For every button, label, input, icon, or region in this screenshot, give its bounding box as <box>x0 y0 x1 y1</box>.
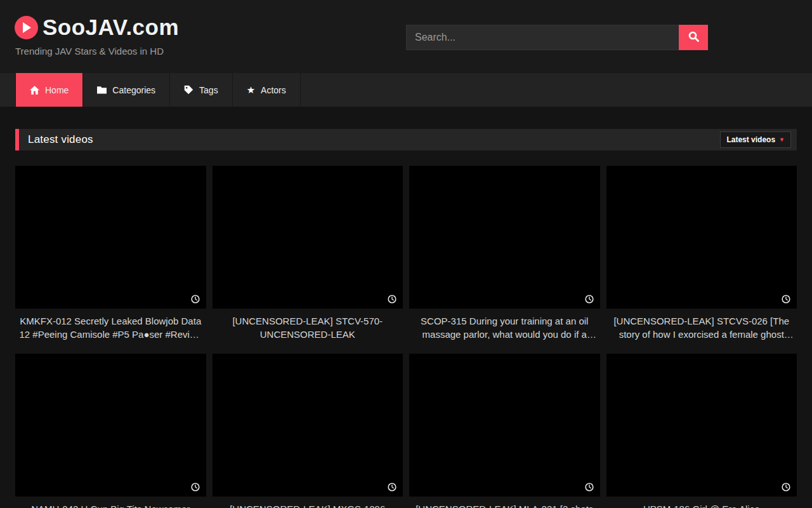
video-thumbnail[interactable] <box>15 354 206 497</box>
video-title-wrap: UPSM-186 Girl @ Era Alice <box>606 497 797 508</box>
home-icon <box>30 86 39 95</box>
site-tagline: Trending JAV Stars & Videos in HD <box>15 46 164 57</box>
search-input[interactable] <box>406 25 679 50</box>
video-thumbnail[interactable] <box>15 166 206 309</box>
video-card[interactable]: [UNCENSORED-LEAK] STCVS-026 [The story o… <box>606 166 797 354</box>
video-card[interactable]: NAMH-042 H Cup Big Tits Newcomer (170cm … <box>15 354 206 508</box>
main-nav: Home Categories Tags ★ Actors <box>0 73 812 107</box>
video-title-wrap: [UNCENSORED-LEAK] STCV-570-UNCENSORED-LE… <box>213 309 403 354</box>
video-title-wrap: SCOP-315 During your training at an oil … <box>409 309 600 354</box>
chevron-down-icon: ▼ <box>779 137 785 143</box>
nav-item-label: Tags <box>199 85 218 95</box>
search-button[interactable] <box>679 25 708 50</box>
nav-item-label: Actors <box>261 85 286 95</box>
nav-item-home[interactable]: Home <box>15 73 83 107</box>
clock-icon <box>388 295 396 304</box>
star-icon: ★ <box>247 85 255 95</box>
site-header: SooJAV.com Trending JAV Stars & Videos i… <box>0 0 812 73</box>
sort-dropdown[interactable]: Latest videos ▼ <box>720 131 791 148</box>
search-icon <box>688 31 699 44</box>
search-bar <box>406 25 708 50</box>
nav-item-categories[interactable]: Categories <box>83 73 170 107</box>
site-logo[interactable]: SooJAV.com <box>15 15 179 40</box>
video-grid: KMKFX-012 Secretly Leaked Blowjob Data 1… <box>15 166 797 508</box>
video-title[interactable]: [UNCENSORED-LEAK] MXGS-1296 Absolutely <box>216 502 400 508</box>
video-card[interactable]: KMKFX-012 Secretly Leaked Blowjob Data 1… <box>15 166 206 354</box>
video-title-wrap: NAMH-042 H Cup Big Tits Newcomer (170cm … <box>15 497 206 508</box>
nav-item-label: Categories <box>112 85 155 95</box>
video-thumbnail[interactable] <box>409 166 600 309</box>
video-title[interactable]: [UNCENSORED-LEAK] MLA-231 [3 shots in <box>412 502 597 508</box>
clock-icon <box>388 483 396 491</box>
video-card[interactable]: [UNCENSORED-LEAK] MXGS-1296 Absolutely <box>213 354 403 508</box>
clock-icon <box>191 295 200 304</box>
video-title[interactable]: [UNCENSORED-LEAK] STCV-570-UNCENSORED-LE… <box>216 314 400 341</box>
video-thumbnail[interactable] <box>409 354 600 497</box>
section-header: Latest videos Latest videos ▼ <box>15 129 797 150</box>
video-card[interactable]: [UNCENSORED-LEAK] STCV-570-UNCENSORED-LE… <box>213 166 403 354</box>
logo-text: SooJAV.com <box>43 15 179 40</box>
video-title[interactable]: SCOP-315 During your training at an oil … <box>412 314 597 341</box>
nav-item-tags[interactable]: Tags <box>170 73 233 107</box>
video-thumbnail[interactable] <box>606 354 797 497</box>
video-thumbnail[interactable] <box>213 354 403 497</box>
play-icon <box>15 16 38 39</box>
video-title[interactable]: NAMH-042 H Cup Big Tits Newcomer (170cm … <box>18 502 203 508</box>
clock-icon <box>191 483 200 491</box>
video-thumbnail[interactable] <box>213 166 403 309</box>
video-card[interactable]: SCOP-315 During your training at an oil … <box>409 166 600 354</box>
video-title-wrap: [UNCENSORED-LEAK] MLA-231 [3 shots in <box>409 497 600 508</box>
clock-icon <box>782 483 790 491</box>
video-card[interactable]: UPSM-186 Girl @ Era Alice <box>606 354 797 508</box>
section-title: Latest videos <box>28 133 93 146</box>
video-title[interactable]: [UNCENSORED-LEAK] STCVS-026 [The story o… <box>610 314 794 341</box>
video-card[interactable]: [UNCENSORED-LEAK] MLA-231 [3 shots in <box>409 354 600 508</box>
video-title-wrap: [UNCENSORED-LEAK] MXGS-1296 Absolutely <box>213 497 403 508</box>
tag-icon <box>184 85 193 95</box>
sort-dropdown-label: Latest videos <box>726 135 775 144</box>
video-title-wrap: [UNCENSORED-LEAK] STCVS-026 [The story o… <box>606 309 797 354</box>
video-title[interactable]: UPSM-186 Girl @ Era Alice <box>610 502 794 508</box>
video-title-wrap: KMKFX-012 Secretly Leaked Blowjob Data 1… <box>15 309 206 354</box>
video-title[interactable]: KMKFX-012 Secretly Leaked Blowjob Data 1… <box>18 314 203 341</box>
nav-item-actors[interactable]: ★ Actors <box>233 73 301 107</box>
clock-icon <box>585 483 594 491</box>
clock-icon <box>782 295 790 304</box>
nav-item-label: Home <box>45 85 69 95</box>
main-content: Latest videos Latest videos ▼ KMKFX-012 … <box>0 107 812 508</box>
folder-icon <box>97 86 107 94</box>
video-thumbnail[interactable] <box>606 166 797 309</box>
clock-icon <box>585 295 594 304</box>
